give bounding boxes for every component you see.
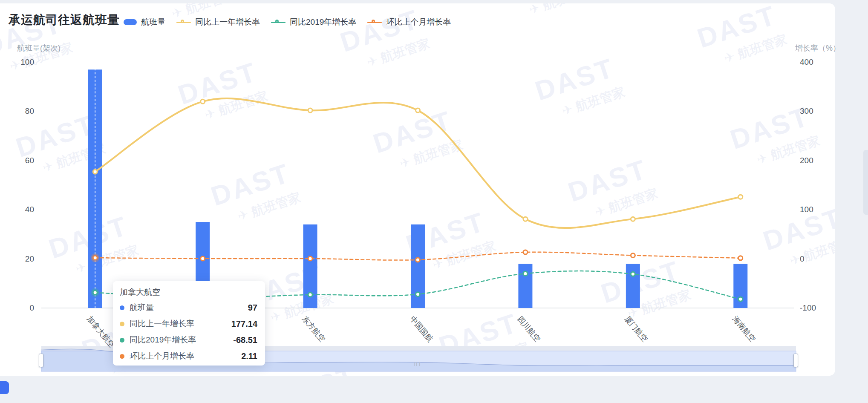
tooltip-series-name: 同比2019年增长率	[130, 334, 233, 345]
tooltip-row: 同比2019年增长率-68.51	[120, 332, 257, 348]
tooltip-series-name: 同比上一年增长率	[130, 318, 231, 329]
marker-同比上一年增长率-7[interactable]	[738, 195, 743, 199]
marker-同比2019年增长率-7[interactable]	[738, 297, 743, 301]
right-axis-tick-300: 300	[800, 107, 813, 116]
marker-环比上个月增长率-4[interactable]	[416, 258, 420, 262]
legend-item-环比上个月增长率[interactable]: 环比上个月增长率	[367, 17, 451, 28]
marker-同比上一年增长率-5[interactable]	[523, 217, 528, 221]
series-color-dot-icon	[120, 305, 124, 310]
legend-label: 同比2019年增长率	[290, 17, 356, 28]
marker-同比2019年增长率-1[interactable]	[93, 291, 97, 295]
marker-同比上一年增长率-2[interactable]	[201, 99, 205, 104]
marker-环比上个月增长率-3[interactable]	[308, 256, 312, 261]
marker-同比2019年增长率-4[interactable]	[416, 292, 420, 296]
dashboard-page: DAST✈ 航班管家DAST✈ 航班管家DAST✈ 航班管家DAST✈ 航班管家…	[0, 0, 868, 403]
left-axis-tick-100: 100	[9, 58, 34, 67]
bottom-left-floating-button[interactable]	[0, 381, 9, 394]
left-axis-tick-0: 0	[9, 303, 34, 313]
right-axis-tick-0: 0	[800, 254, 805, 264]
legend-line-circle-icon	[271, 19, 285, 25]
right-axis-tick-400: 400	[800, 58, 813, 67]
tooltip-series-value: 97	[248, 303, 257, 313]
datazoom-right-handle[interactable]	[793, 354, 798, 367]
marker-环比上个月增长率-1[interactable]	[93, 256, 97, 260]
marker-环比上个月增长率-5[interactable]	[523, 250, 528, 254]
tooltip-series-name: 航班量	[130, 302, 248, 313]
marker-同比上一年增长率-3[interactable]	[308, 108, 312, 112]
legend-item-同比上一年增长率[interactable]: 同比上一年增长率	[176, 17, 260, 28]
marker-环比上个月增长率-7[interactable]	[738, 256, 743, 260]
legend-label: 环比上个月增长率	[386, 17, 451, 28]
series-color-dot-icon	[120, 338, 124, 343]
left-axis-tick-80: 80	[9, 107, 34, 116]
marker-环比上个月增长率-6[interactable]	[631, 253, 635, 258]
chart-legend: 航班量同比上一年增长率同比2019年增长率环比上个月增长率	[124, 16, 451, 28]
right-axis-tick-200: 200	[800, 156, 813, 165]
tooltip-row: 同比上一年增长率177.14	[120, 316, 257, 332]
tooltip-series-name: 环比上个月增长率	[130, 351, 241, 362]
left-axis-tick-40: 40	[9, 205, 34, 214]
legend-item-同比2019年增长率[interactable]: 同比2019年增长率	[271, 17, 356, 28]
right-axis-tick--100: -100	[800, 303, 816, 313]
datazoom-center-grip[interactable]	[412, 362, 422, 366]
legend-line-circle-icon	[367, 19, 382, 25]
bar-四川航空[interactable]	[518, 264, 532, 308]
marker-同比2019年增长率-3[interactable]	[308, 293, 312, 297]
left-axis-name: 航班量(架次)	[17, 43, 61, 53]
tooltip-row: 航班量97	[120, 299, 257, 316]
tooltip-title: 加拿大航空	[120, 287, 257, 298]
legend-item-航班量[interactable]: 航班量	[124, 17, 165, 28]
tooltip-series-value: 2.11	[241, 351, 257, 361]
legend-line-circle-icon	[176, 19, 191, 25]
datazoom-left-handle[interactable]	[39, 354, 43, 367]
chart-tooltip: 加拿大航空 航班量97同比上一年增长率177.14同比2019年增长率-68.5…	[113, 281, 265, 366]
page-title: 承运航司往返航班量	[9, 12, 120, 28]
right-edge-panel-handle[interactable]	[863, 150, 868, 215]
tooltip-row: 环比上个月增长率2.11	[120, 348, 257, 364]
series-color-dot-icon	[120, 354, 124, 359]
marker-环比上个月增长率-2[interactable]	[201, 256, 205, 261]
left-axis-tick-20: 20	[9, 254, 34, 264]
line-同比上一年增长率	[95, 98, 741, 228]
tooltip-series-value: -68.51	[233, 335, 257, 345]
right-axis-name: 增长率（%）	[795, 43, 840, 53]
marker-同比2019年增长率-5[interactable]	[523, 271, 528, 276]
legend-bar-icon	[124, 19, 137, 25]
tooltip-series-value: 177.14	[231, 319, 257, 329]
legend-label: 同比上一年增长率	[195, 17, 260, 28]
series-color-dot-icon	[120, 322, 124, 326]
tooltip-rows: 航班量97同比上一年增长率177.14同比2019年增长率-68.51环比上个月…	[120, 299, 257, 364]
left-axis-tick-60: 60	[9, 156, 34, 165]
bar-厦门航空[interactable]	[626, 264, 640, 308]
right-axis-tick-100: 100	[800, 205, 813, 214]
marker-同比上一年增长率-6[interactable]	[631, 217, 635, 221]
marker-同比2019年增长率-6[interactable]	[631, 272, 635, 276]
marker-同比上一年增长率-4[interactable]	[416, 108, 420, 112]
legend-label: 航班量	[141, 17, 165, 28]
marker-同比上一年增长率-1[interactable]	[93, 170, 97, 174]
